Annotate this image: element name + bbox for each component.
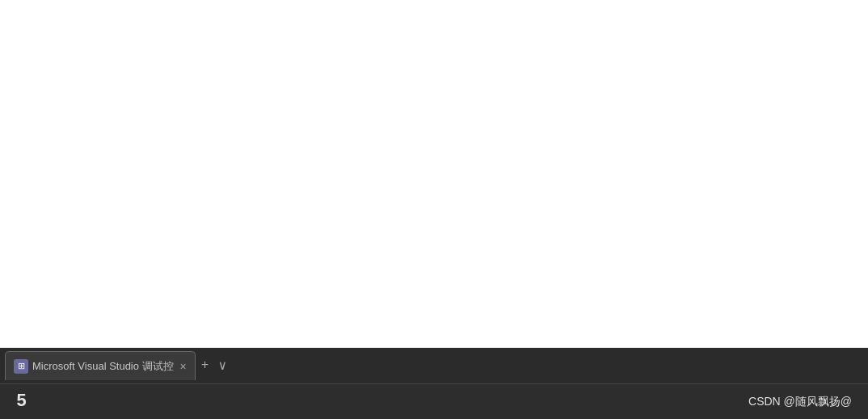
status-csdn: CSDN @随风飘扬@ xyxy=(748,395,852,409)
vs-tab-icon: ⊞ xyxy=(14,359,28,374)
vs-tab-label: Microsoft Visual Studio 调试控 xyxy=(32,359,174,374)
tab-dropdown-button[interactable]: ∨ xyxy=(214,358,230,374)
vs-tab-close[interactable]: × xyxy=(180,360,187,373)
taskbar: ⊞ Microsoft Visual Studio 调试控 × + ∨ xyxy=(0,348,868,383)
statusbar: 5 CSDN @随风飘扬@ xyxy=(0,383,868,419)
status-value: 5 xyxy=(16,391,27,412)
code-editor[interactable] xyxy=(0,0,868,348)
new-tab-button[interactable]: + xyxy=(197,358,213,373)
vs-tab[interactable]: ⊞ Microsoft Visual Studio 调试控 × xyxy=(5,351,196,380)
